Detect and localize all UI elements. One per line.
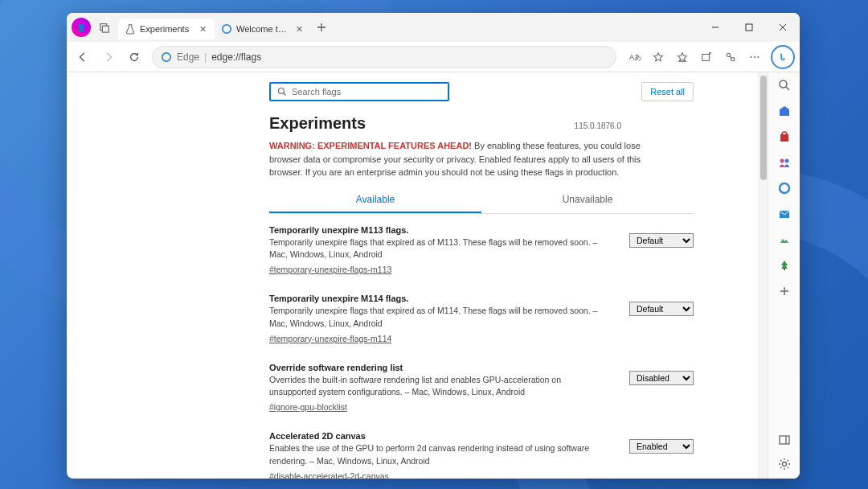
- flags-search-input[interactable]: [292, 87, 441, 97]
- sidebar-spiral-icon[interactable]: [776, 180, 792, 196]
- maximize-button[interactable]: [732, 14, 766, 40]
- forward-button[interactable]: [97, 46, 120, 68]
- sidebar-settings-button[interactable]: [776, 456, 792, 472]
- svg-point-4: [162, 52, 171, 61]
- svg-rect-19: [784, 269, 785, 270]
- flag-title: Override software rendering list: [269, 363, 610, 372]
- flask-icon: [125, 23, 136, 35]
- tab-strip: Experiments ✕ Welcome to Microsoft Edge …: [118, 15, 332, 39]
- svg-point-12: [279, 88, 285, 94]
- back-button[interactable]: [72, 46, 94, 68]
- sidebar-search-icon[interactable]: [776, 77, 792, 93]
- svg-point-2: [223, 25, 231, 34]
- tab-title: Welcome to Microsoft Edge Can: [236, 24, 289, 34]
- reset-all-button[interactable]: Reset all: [641, 82, 694, 101]
- search-icon: [277, 87, 287, 97]
- flag-description: Overrides the built-in software renderin…: [269, 374, 610, 400]
- close-button[interactable]: [766, 14, 800, 40]
- svg-point-10: [754, 55, 755, 57]
- sidebar-image-icon[interactable]: [776, 232, 792, 248]
- flag-row: Override software rendering listOverride…: [269, 363, 694, 414]
- favorite-button[interactable]: [647, 46, 669, 68]
- sidebar-tree-icon[interactable]: [776, 257, 792, 273]
- page-title: Experiments: [269, 114, 366, 133]
- svg-point-17: [780, 183, 789, 193]
- flag-state-select[interactable]: DefaultEnabledDisabled: [629, 371, 694, 385]
- flag-title: Temporarily unexpire M114 flags.: [269, 294, 610, 303]
- new-tab-button[interactable]: [311, 15, 332, 39]
- flag-state-select[interactable]: DefaultEnabledDisabled: [629, 439, 694, 454]
- refresh-button[interactable]: [123, 46, 145, 68]
- version-label: 115.0.1876.0: [575, 121, 621, 130]
- flag-anchor-link[interactable]: #ignore-gpu-blocklist: [269, 402, 347, 412]
- tab-close-button[interactable]: ✕: [293, 23, 305, 35]
- svg-point-16: [784, 159, 788, 163]
- flag-row: Temporarily unexpire M113 flags.Temporar…: [269, 225, 694, 277]
- flag-anchor-link[interactable]: #temporary-unexpire-flags-m114: [269, 334, 391, 343]
- sidebar-mail-icon[interactable]: [776, 206, 792, 222]
- tab-unavailable[interactable]: Unavailable: [481, 187, 694, 213]
- svg-point-8: [731, 57, 734, 60]
- flag-description: Enables the use of the GPU to perform 2d…: [269, 442, 610, 468]
- sidebar-panel-button[interactable]: [776, 432, 792, 448]
- browser-window: 👤 Experiments ✕ Welcome to Microsoft Edg…: [67, 13, 800, 479]
- svg-rect-3: [746, 24, 752, 31]
- sidebar-people-icon[interactable]: [776, 154, 792, 171]
- svg-rect-14: [780, 134, 788, 142]
- flag-state-select[interactable]: DefaultEnabledDisabled: [629, 302, 694, 316]
- warning-text: WARNING: EXPERIMENTAL FEATURES AHEAD! By…: [269, 139, 694, 179]
- flags-search-box[interactable]: [269, 82, 449, 101]
- address-bar[interactable]: Edge | edge://flags: [152, 46, 616, 68]
- flag-description: Temporarily unexpire flags that expired …: [269, 236, 610, 262]
- svg-text:Aあ: Aあ: [628, 53, 640, 61]
- page-content: Reset all Experiments 115.0.1876.0 WARNI…: [67, 72, 758, 479]
- window-controls: [698, 14, 800, 40]
- titlebar: 👤 Experiments ✕ Welcome to Microsoft Edg…: [67, 13, 800, 42]
- profile-avatar[interactable]: 👤: [72, 18, 91, 37]
- svg-rect-6: [702, 54, 710, 60]
- flag-title: Temporarily unexpire M113 flags.: [269, 225, 610, 235]
- menu-button[interactable]: [743, 46, 766, 68]
- flag-row: Temporarily unexpire M114 flags.Temporar…: [269, 294, 694, 345]
- sidebar-add-button[interactable]: [776, 283, 792, 299]
- sidebar-shopping-icon[interactable]: [776, 129, 792, 145]
- scrollbar[interactable]: [758, 72, 768, 479]
- svg-point-9: [751, 55, 752, 57]
- tab-actions-button[interactable]: [94, 17, 115, 38]
- flag-description: Temporarily unexpire flags that expired …: [269, 305, 610, 331]
- tab-available[interactable]: Available: [269, 187, 481, 213]
- read-aloud-button[interactable]: Aあ: [623, 46, 645, 68]
- svg-point-13: [780, 80, 787, 88]
- favorites-bar-button[interactable]: [671, 46, 694, 68]
- scrollbar-thumb[interactable]: [760, 76, 767, 180]
- svg-rect-1: [102, 26, 108, 32]
- edge-icon: [221, 23, 232, 35]
- tab-title: Experiments: [140, 24, 193, 34]
- address-separator: |: [204, 51, 207, 63]
- address-path: edge://flags: [211, 51, 261, 63]
- flag-title: Accelerated 2D canvas: [269, 431, 610, 441]
- svg-point-21: [782, 462, 786, 466]
- svg-point-11: [757, 55, 759, 57]
- svg-point-7: [727, 53, 730, 56]
- svg-rect-20: [780, 436, 789, 444]
- tabs-nav: Available Unavailable: [269, 187, 694, 214]
- sidebar: [768, 72, 800, 479]
- flag-row: Accelerated 2D canvasEnables the use of …: [269, 431, 694, 479]
- tab-welcome[interactable]: Welcome to Microsoft Edge Can ✕: [215, 18, 311, 39]
- collections-button[interactable]: [695, 46, 718, 68]
- flag-state-select[interactable]: DefaultEnabledDisabled: [629, 233, 694, 248]
- sidebar-tag-icon[interactable]: [776, 103, 792, 119]
- warning-label: WARNING: EXPERIMENTAL FEATURES AHEAD!: [269, 141, 472, 150]
- svg-point-15: [780, 159, 784, 163]
- tab-experiments[interactable]: Experiments ✕: [118, 18, 215, 39]
- bing-button[interactable]: [771, 45, 795, 69]
- edge-logo-icon: [161, 51, 172, 63]
- flag-anchor-link[interactable]: #temporary-unexpire-flags-m113: [269, 265, 391, 274]
- flags-list: Temporarily unexpire M113 flags.Temporar…: [269, 214, 694, 479]
- toolbar: Edge | edge://flags Aあ: [67, 42, 800, 72]
- extensions-button[interactable]: [719, 46, 742, 68]
- flag-anchor-link[interactable]: #disable-accelerated-2d-canvas: [269, 471, 389, 479]
- minimize-button[interactable]: [698, 14, 732, 40]
- tab-close-button[interactable]: ✕: [197, 23, 208, 35]
